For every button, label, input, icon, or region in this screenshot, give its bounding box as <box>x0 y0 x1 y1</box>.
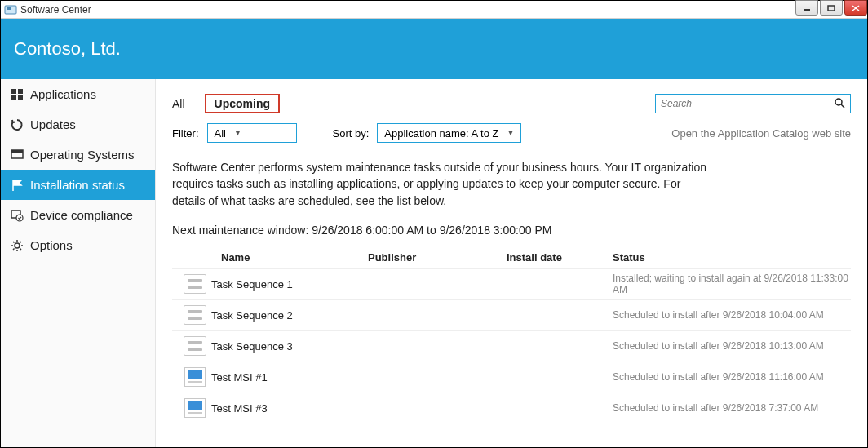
search-input[interactable] <box>661 98 834 109</box>
filter-value: All <box>215 127 226 140</box>
sidebar-item-options[interactable]: Options <box>1 230 155 260</box>
svg-rect-11 <box>11 150 23 153</box>
svg-point-23 <box>835 99 842 105</box>
filter-label: Filter: <box>172 127 199 140</box>
titlebar: Software Center <box>1 1 867 19</box>
sidebar-item-label: Device compliance <box>30 208 133 222</box>
svg-point-13 <box>16 215 23 221</box>
sort-select[interactable]: Application name: A to Z ▼ <box>377 123 521 143</box>
cell-status: Scheduled to install after 9/26/2018 11:… <box>613 371 851 383</box>
sidebar-item-label: Installation status <box>30 178 125 192</box>
sidebar-item-updates[interactable]: Updates <box>1 109 155 140</box>
filter-select[interactable]: All ▼ <box>207 123 297 143</box>
svg-line-22 <box>20 242 22 243</box>
sidebar-item-installation-status[interactable]: Installation status <box>1 170 155 200</box>
cell-name: Test MSI #3 <box>211 402 368 415</box>
compliance-icon <box>11 209 24 222</box>
tab-all[interactable]: All <box>172 97 185 110</box>
body: Applications Updates Operating Systems I… <box>1 79 867 447</box>
sidebar-item-label: Operating Systems <box>30 148 135 162</box>
sidebar-item-device-compliance[interactable]: Device compliance <box>1 200 155 230</box>
search-wrap <box>655 94 851 113</box>
description: Software Center performs system maintena… <box>172 159 711 209</box>
table-row[interactable]: Task Sequence 3 Scheduled to install aft… <box>172 330 851 362</box>
table-row[interactable]: Task Sequence 2 Scheduled to install aft… <box>172 299 851 330</box>
sidebar-item-operating-systems[interactable]: Operating Systems <box>1 140 155 170</box>
svg-line-20 <box>20 248 22 250</box>
company-name: Contoso, Ltd. <box>14 38 121 60</box>
table-row[interactable]: Test MSI #3 Scheduled to install after 9… <box>172 393 851 424</box>
table-row[interactable]: Task Sequence 1 Installed; waiting to in… <box>172 268 851 299</box>
window-title: Software Center <box>20 4 91 16</box>
msi-icon <box>179 367 211 387</box>
search-icon[interactable] <box>834 97 845 111</box>
brand-header: Contoso, Ltd. <box>1 19 867 79</box>
sidebar-item-label: Applications <box>30 87 96 101</box>
svg-rect-9 <box>18 95 23 100</box>
task-sequence-icon <box>179 305 211 325</box>
app-window: Software Center Contoso, Ltd. Applicatio… <box>0 0 868 448</box>
cell-status: Scheduled to install after 9/26/2018 10:… <box>613 340 851 352</box>
main-content: All Upcoming Filter: All ▼ Sort by: <box>156 79 867 447</box>
svg-rect-3 <box>828 6 835 11</box>
minimize-button[interactable] <box>795 0 818 16</box>
col-header-status[interactable]: Status <box>613 251 851 264</box>
sidebar: Applications Updates Operating Systems I… <box>1 79 156 447</box>
sidebar-item-label: Options <box>30 238 73 252</box>
os-icon <box>11 149 24 162</box>
apps-icon <box>11 88 24 101</box>
svg-rect-6 <box>11 89 16 94</box>
top-row: All Upcoming <box>172 94 851 113</box>
cell-name: Test MSI #1 <box>211 371 368 384</box>
rows-container: Task Sequence 1 Installed; waiting to in… <box>172 268 851 447</box>
tab-upcoming[interactable]: Upcoming <box>205 94 280 113</box>
close-button[interactable] <box>844 0 867 16</box>
table-header: Name Publisher Install date Status <box>172 248 851 268</box>
app-icon <box>4 3 17 16</box>
svg-line-24 <box>841 104 844 108</box>
msi-icon <box>179 398 211 418</box>
svg-line-19 <box>13 242 15 243</box>
sidebar-item-applications[interactable]: Applications <box>1 79 155 109</box>
table-row[interactable]: Test MSI #1 Scheduled to install after 9… <box>172 362 851 393</box>
cell-name: Task Sequence 3 <box>211 340 368 353</box>
cell-name: Task Sequence 1 <box>211 278 368 291</box>
cell-name: Task Sequence 2 <box>211 309 368 322</box>
search-box[interactable] <box>655 94 851 113</box>
cell-status: Installed; waiting to install again at 9… <box>613 273 851 295</box>
tabs: All Upcoming <box>172 94 280 113</box>
chevron-down-icon: ▼ <box>507 129 515 137</box>
col-header-name[interactable]: Name <box>221 251 368 264</box>
task-sequence-icon <box>179 336 211 356</box>
flag-icon <box>11 179 24 192</box>
col-header-publisher[interactable]: Publisher <box>368 251 507 264</box>
updates-icon <box>11 118 24 131</box>
svg-line-21 <box>13 248 15 250</box>
cell-status: Scheduled to install after 9/26/2018 10:… <box>613 309 851 321</box>
svg-rect-1 <box>7 7 11 10</box>
sort-value: Application name: A to Z <box>384 127 498 140</box>
svg-point-14 <box>15 243 20 248</box>
cell-status: Scheduled to install after 9/26/2018 7:3… <box>613 402 851 414</box>
filter-row: Filter: All ▼ Sort by: Application name:… <box>172 123 851 143</box>
sidebar-item-label: Updates <box>30 118 76 131</box>
sort-label: Sort by: <box>333 127 370 140</box>
window-controls <box>794 0 867 16</box>
next-maintenance-window: Next maintenance window: 9/26/2018 6:00:… <box>172 224 851 237</box>
svg-rect-7 <box>18 89 23 94</box>
chevron-down-icon: ▼ <box>234 129 241 137</box>
gear-icon <box>11 239 24 252</box>
col-header-install-date[interactable]: Install date <box>507 251 613 264</box>
catalog-link[interactable]: Open the Application Catalog web site <box>671 127 851 140</box>
task-sequence-icon <box>179 274 211 294</box>
svg-rect-8 <box>11 95 16 100</box>
maximize-button[interactable] <box>820 0 843 16</box>
